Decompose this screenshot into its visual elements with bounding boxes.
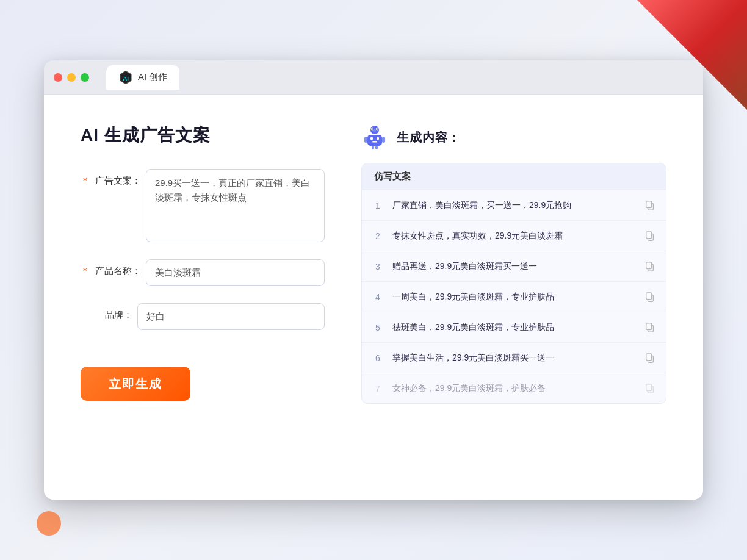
svg-rect-8	[370, 137, 373, 140]
product-name-label: 产品名称：	[92, 265, 141, 277]
row-text: 祛斑美白，29.9元美白淡斑霜，专业护肤品	[392, 321, 635, 334]
row-number: 2	[372, 231, 384, 241]
svg-rect-26	[646, 323, 652, 329]
svg-text:AI: AI	[123, 74, 129, 81]
result-table: 仿写文案 1厂家直销，美白淡斑霜，买一送一，29.9元抢购 2专抹女性斑点，真实…	[361, 163, 666, 404]
results-container: 1厂家直销，美白淡斑霜，买一送一，29.9元抢购 2专抹女性斑点，真实功效，29…	[362, 190, 666, 403]
ad-copy-group: ＊ 广告文案：	[81, 169, 325, 242]
svg-rect-13	[364, 137, 367, 143]
robot-icon	[361, 124, 388, 151]
table-row: 3赠品再送，29.9元美白淡斑霜买一送一	[362, 251, 666, 282]
table-row: 4一周美白，29.9元美白淡斑霜，专业护肤品	[362, 282, 666, 312]
row-number: 7	[372, 384, 384, 393]
table-header: 仿写文案	[362, 163, 666, 190]
browser-tab[interactable]: AI AI 创作	[106, 65, 179, 90]
brand-input[interactable]	[137, 303, 325, 330]
left-panel: AI 生成广告文案 ＊ 广告文案： ＊ 产品名称： 品牌	[81, 124, 325, 475]
svg-rect-20	[646, 231, 652, 238]
ad-copy-required: ＊	[81, 175, 90, 187]
copy-icon[interactable]	[644, 321, 656, 334]
result-title: 生成内容：	[397, 129, 461, 146]
tab-title: AI 创作	[138, 71, 167, 83]
row-number: 6	[372, 353, 384, 363]
svg-rect-10	[372, 141, 377, 143]
row-text: 专抹女性斑点，真实功效，29.9元美白淡斑霜	[392, 229, 635, 242]
product-name-input[interactable]	[146, 259, 325, 286]
svg-rect-16	[375, 146, 378, 149]
row-text: 赠品再送，29.9元美白淡斑霜买一送一	[392, 260, 635, 273]
row-text: 厂家直销，美白淡斑霜，买一送一，29.9元抢购	[392, 199, 635, 212]
result-header: 生成内容：	[361, 124, 666, 151]
copy-icon[interactable]	[644, 382, 656, 395]
row-number: 3	[372, 262, 384, 271]
product-name-required: ＊	[81, 265, 90, 277]
row-text: 掌握美白生活，29.9元美白淡斑霜买一送一	[392, 351, 635, 364]
table-row: 2专抹女性斑点，真实功效，29.9元美白淡斑霜	[362, 221, 666, 251]
brand-group: 品牌：	[81, 303, 325, 330]
svg-rect-30	[646, 384, 652, 390]
ad-copy-label: 广告文案：	[92, 175, 141, 187]
row-number: 4	[372, 292, 384, 302]
brand-label: 品牌：	[84, 309, 132, 321]
svg-point-6	[377, 129, 378, 130]
svg-point-12	[374, 129, 376, 132]
ad-copy-input[interactable]	[146, 169, 325, 242]
svg-rect-28	[646, 353, 652, 360]
svg-rect-15	[372, 146, 374, 149]
copy-icon[interactable]	[644, 199, 656, 212]
submit-button[interactable]: 立即生成	[81, 367, 190, 401]
svg-point-5	[372, 129, 374, 130]
page-title: AI 生成广告文案	[81, 124, 325, 147]
svg-rect-14	[382, 137, 385, 143]
titlebar: AI AI 创作	[44, 60, 703, 95]
row-number: 5	[372, 323, 384, 332]
table-row: 5祛斑美白，29.9元美白淡斑霜，专业护肤品	[362, 312, 666, 343]
traffic-light-yellow[interactable]	[67, 73, 76, 82]
svg-rect-18	[646, 201, 652, 207]
traffic-light-red[interactable]	[54, 73, 62, 82]
copy-icon[interactable]	[644, 291, 656, 303]
copy-icon[interactable]	[644, 260, 656, 273]
table-row: 7女神必备，29.9元美白淡斑霜，护肤必备	[362, 373, 666, 403]
browser-content: AI 生成广告文案 ＊ 广告文案： ＊ 产品名称： 品牌	[44, 95, 703, 500]
copy-icon[interactable]	[644, 352, 656, 364]
svg-rect-22	[646, 262, 652, 268]
table-row: 6掌握美白生活，29.9元美白淡斑霜买一送一	[362, 343, 666, 373]
svg-rect-9	[377, 137, 379, 140]
browser-window: AI AI 创作 AI 生成广告文案 ＊ 广告文案： ＊ 产品名称：	[44, 60, 703, 500]
right-panel: 生成内容： 仿写文案 1厂家直销，美白淡斑霜，买一送一，29.9元抢购 2专抹女…	[361, 124, 666, 475]
traffic-light-green[interactable]	[81, 73, 89, 82]
product-name-group: ＊ 产品名称：	[81, 259, 325, 286]
row-text: 女神必备，29.9元美白淡斑霜，护肤必备	[392, 382, 635, 395]
table-row: 1厂家直销，美白淡斑霜，买一送一，29.9元抢购	[362, 190, 666, 221]
svg-rect-7	[367, 135, 382, 146]
row-number: 1	[372, 201, 384, 210]
traffic-lights	[54, 73, 89, 82]
copy-icon[interactable]	[644, 230, 656, 242]
ai-tab-icon: AI	[118, 70, 133, 85]
row-text: 一周美白，29.9元美白淡斑霜，专业护肤品	[392, 290, 635, 303]
svg-rect-24	[646, 292, 652, 299]
